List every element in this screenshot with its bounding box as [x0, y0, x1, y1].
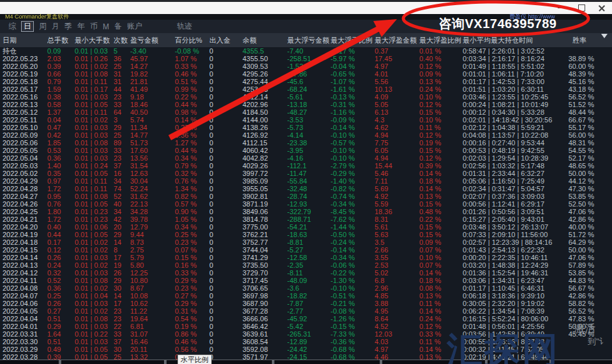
table-row[interactable]: 2022.05.050.530.01 | 0.033317.600.44 %04… — [0, 147, 612, 154]
app-title-text: M4 Commander复盘软件 — [5, 14, 70, 20]
cell: 0.07 % — [419, 261, 463, 269]
menu-tab-0[interactable]: 综 — [8, 21, 16, 32]
cell: 0:30:05 | 2:32:20 | 9:19:02 — [463, 300, 565, 307]
table-row[interactable]: 2022.05.031.400.01 | 0.243731.540.79 %04… — [0, 162, 612, 170]
table-row[interactable]: 2022.05.100.470.01 | 0.032911.340.27 %04… — [0, 124, 612, 131]
table-row[interactable]: 2022.04.270.950.01 | 0.085231.620.82 %03… — [0, 193, 612, 200]
cell: 0 — [209, 277, 243, 284]
cell: 3902.81 — [243, 193, 287, 200]
table-row[interactable]: 2022.04.060.260.01 | 0.031710.620.29 %03… — [0, 300, 612, 307]
cell: 51.72 % — [565, 231, 612, 238]
table-row[interactable]: 2022.04.110.520.01 | 0.082910.800.29 %03… — [0, 277, 612, 284]
table-row[interactable]: 2022.05.130.580.01 | 0.053318.460.44 %04… — [0, 101, 612, 108]
menu-tab-10[interactable]: 轨迹 — [177, 21, 192, 32]
table-row[interactable]: 2022.05.040.360.01 | 0.032313.560.34 %04… — [0, 154, 612, 162]
menu-tab-6[interactable]: 币 — [90, 21, 98, 32]
cell: 25 — [114, 131, 130, 139]
cell: 30.04 — [130, 177, 175, 185]
table-row[interactable]: 2022.04.120.320.01 | 0.032612.250.33 %03… — [0, 269, 612, 277]
table-row[interactable]: 2022.04.150.120.01 | 0.0282.750.07 %0374… — [0, 246, 612, 254]
table-row[interactable]: 2022.04.290.970.01 | 0.113430.040.76 %03… — [0, 177, 612, 185]
menu-tab-9[interactable]: 账户 — [127, 21, 142, 32]
menu-tab-1[interactable]: 日 — [21, 21, 34, 32]
cell: 1.05 % — [175, 215, 209, 223]
cell: 0:02:12 | 1:04:38 | 5:59:21 — [463, 124, 565, 131]
cell: 0.23 % — [175, 238, 209, 246]
table-row[interactable]: 2022.05.121.370.01 | 0.116440.500.98 %04… — [0, 108, 612, 116]
cell: 0.01 | 0.08 — [75, 70, 114, 78]
cell: 3 — [114, 116, 130, 124]
table-row[interactable]: 2022.05.020.350.01 | 0.051612.630.32 %03… — [0, 170, 612, 177]
cell: 1.37 — [47, 108, 75, 116]
minimize-icon — [558, 8, 565, 9]
menu-tab-7[interactable]: M — [103, 22, 109, 31]
table-row[interactable]: 2022.04.140.260.01 | 0.03175.790.15 %037… — [0, 254, 612, 261]
cell: -0.21 % — [331, 300, 375, 307]
table-row[interactable]: 2022.04.040.510.01 | 0.082319.640.54 %03… — [0, 315, 612, 323]
table-row[interactable]: 2022.05.180.790.01 | 0.113121.810.51 %04… — [0, 78, 612, 85]
cell: 0.36 % — [175, 131, 209, 139]
cell: 4212.14 — [243, 93, 287, 101]
maximize-button[interactable] — [571, 2, 592, 14]
close-button[interactable] — [592, 2, 612, 14]
table-row[interactable]: 2022.04.180.170.01 | 0.02148.730.23 %037… — [0, 238, 612, 246]
scroll-indicator-icon[interactable] — [601, 34, 608, 38]
cell: -48.09 — [287, 277, 331, 284]
cell: 50.00 % — [565, 170, 612, 177]
cell: 0.22 % — [175, 93, 209, 101]
cell: 0.01 | 0.05 — [75, 200, 114, 208]
table-row[interactable]: 2022.04.260.760.01 | 0.054022.130.57 %03… — [0, 200, 612, 208]
table-row[interactable]: 2022.04.070.250.01 | 0.041410.080.27 %03… — [0, 292, 612, 300]
cell: 0:02:56 | 1:03:32 | 5:17:48 — [463, 162, 565, 170]
table-row[interactable]: 2022.05.061.850.01 | 0.088951.731.27 %04… — [0, 139, 612, 147]
menu-tab-5[interactable]: 年 — [77, 21, 85, 32]
table-row[interactable]: 2022.05.090.420.01 | 0.032514.770.36 %04… — [0, 131, 612, 139]
cell: -3.53 — [287, 116, 331, 124]
cell: 0:00:20 | 2:22:35 | 10:46:11 — [463, 254, 565, 261]
cell: 0.12 % — [419, 154, 463, 162]
table-row[interactable]: 持仓0.090.01 | 0.035-3.40-0.08 %04355.5-7.… — [0, 47, 612, 55]
table-row[interactable]: 2022.05.110.040.01 | 0.0235.740.14 %0414… — [0, 116, 612, 124]
table-row[interactable]: 2022.04.190.440.01 | 0.05299.440.25 %037… — [0, 231, 612, 238]
column-header: 最大浮亏比例 — [331, 33, 375, 47]
cell: 0:03:06 | 1:34:31 | 6:23:47 — [463, 277, 565, 284]
cell: 2022.04.13 — [0, 261, 47, 269]
table-row[interactable]: 2022.05.190.660.01 | 0.083119.820.46 %04… — [0, 70, 612, 78]
menu-tab-4[interactable]: 季 — [64, 21, 72, 32]
cell: 2022.05.10 — [0, 124, 47, 131]
table-row[interactable]: 2022.04.200.400.01 | 0.062012.790.34 %03… — [0, 223, 612, 231]
table-row[interactable]: 2022.04.080.360.01 | 0.02308.670.23 %037… — [0, 284, 612, 292]
cell: 2.66 — [375, 246, 419, 254]
menu-tab-8[interactable]: 备 — [114, 21, 122, 32]
cell: 0:02:57 | 12:23:39 | 88:14:16 — [463, 238, 565, 246]
cell: 5 — [114, 47, 130, 55]
menu-tab-3[interactable]: 月 — [52, 21, 59, 32]
table-row[interactable]: 2022.04.281.720.01 | 0.117452.241.34 %03… — [0, 185, 612, 193]
cell: 8 — [114, 246, 130, 254]
table-row[interactable]: 2022.04.050.270.01 | 0.022311.220.31 %03… — [0, 307, 612, 315]
cell: -0.10 % — [331, 154, 375, 162]
menu-tab-2[interactable]: 周 — [39, 21, 47, 32]
cell: 0 — [209, 55, 243, 62]
cell: 10.80 — [130, 277, 175, 284]
cell: 17 — [114, 300, 130, 307]
table-row[interactable]: 2022.05.160.380.01 | 0.03239.180.22 %042… — [0, 93, 612, 101]
cell: 31 — [114, 70, 130, 78]
cell: 4309.53 — [243, 62, 287, 70]
cell: -4.14 — [287, 131, 331, 139]
table-row[interactable]: 2022.04.251.800.01 | 0.233434.280.90 %03… — [0, 208, 612, 215]
table-row[interactable]: 2022.05.232.030.01 | 0.263645.971.07 %04… — [0, 55, 612, 62]
minimize-button[interactable] — [551, 2, 571, 14]
cell: 4.92 — [375, 193, 419, 200]
cell: 33 — [114, 101, 130, 108]
table-row[interactable]: 2022.04.130.240.01 | 0.02195.800.16 %037… — [0, 261, 612, 269]
table-row[interactable]: 2022.05.171.590.01 | 0.174441.490.99 %04… — [0, 85, 612, 93]
cell: 1.64 — [47, 330, 75, 338]
cell: 1.85 — [47, 139, 75, 147]
table-row[interactable]: 2022.04.211.720.01 | 0.234239.781.05 %03… — [0, 215, 612, 223]
cell: 58.82 % — [565, 300, 612, 307]
cell: 20 — [114, 223, 130, 231]
cell: 0.01 | 0.08 — [75, 315, 114, 323]
table-row[interactable]: 2022.05.200.390.01 | 0.022514.270.33 %04… — [0, 62, 612, 70]
cell: 2022.04.05 — [0, 307, 47, 315]
